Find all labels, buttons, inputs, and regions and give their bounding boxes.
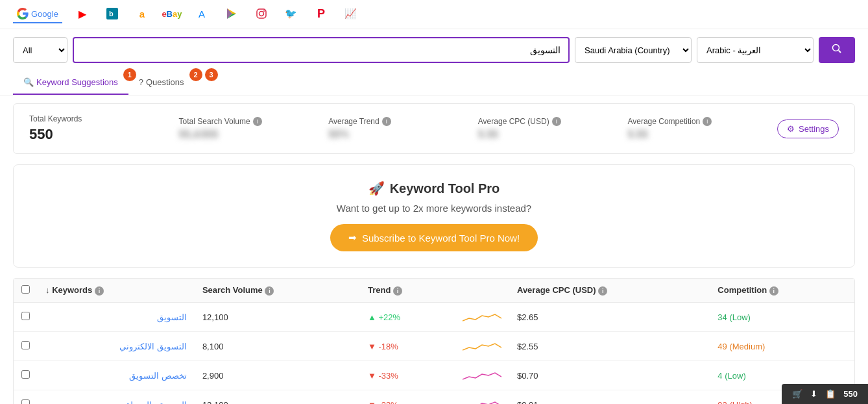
stat-total-keywords-value: 550 bbox=[29, 126, 179, 143]
nav-google-label: Google bbox=[31, 9, 58, 19]
row-competition-cell: 49 (Medium) bbox=[710, 332, 854, 361]
competition-value: 34 (Low) bbox=[717, 312, 751, 322]
select-all-checkbox[interactable] bbox=[21, 285, 30, 294]
stat-avg-competition: Average Competition i $.$$ bbox=[627, 117, 777, 140]
svg-point-5 bbox=[263, 10, 265, 12]
nav-twitter[interactable]: 🐦 bbox=[282, 5, 301, 23]
twitter-icon: 🐦 bbox=[285, 8, 297, 19]
row-keyword-cell: التسويق bbox=[38, 303, 195, 332]
stat-total-keywords-label: Total Keywords bbox=[29, 114, 179, 123]
language-select[interactable]: Arabic - العربية bbox=[697, 37, 814, 63]
trend-value: ▼ -33% bbox=[368, 371, 398, 381]
promo-arrow-icon: ➡ bbox=[348, 232, 357, 244]
promo-button-label: Subscribe to Keyword Tool Pro Now! bbox=[362, 233, 520, 244]
promo-card: 🚀 Keyword Tool Pro Want to get up to 2x … bbox=[13, 164, 855, 268]
country-select[interactable]: Saudi Arabia (Country) bbox=[575, 37, 692, 63]
nav-pinterest[interactable]: P bbox=[311, 5, 331, 23]
question-tab-icon: ? bbox=[139, 77, 143, 87]
settings-button[interactable]: ⚙ Settings bbox=[777, 120, 839, 138]
bottom-bar-count: 550 bbox=[843, 389, 858, 399]
row-cpc-cell: $2.65 bbox=[509, 303, 710, 332]
table-row: التسويق الالكتروني 8,100 ▼ -18% $2.55 49… bbox=[14, 332, 854, 361]
sparkline-chart bbox=[463, 397, 501, 404]
bottom-export-bar: 🛒 ⬇ 📋 550 bbox=[782, 384, 868, 404]
trend-col-info-icon[interactable]: i bbox=[393, 286, 402, 296]
amazon-icon: a bbox=[136, 8, 148, 19]
nav-youtube[interactable]: ▶ bbox=[73, 5, 92, 23]
row-volume-cell: 12,100 bbox=[195, 303, 360, 332]
competition-value: 92 (High) bbox=[717, 400, 752, 405]
search-type-select[interactable]: All Broad Exact Phrase bbox=[13, 37, 67, 63]
keyword-link[interactable]: تخصص التسويق bbox=[45, 371, 187, 381]
stat-search-volume-label: Total Search Volume i bbox=[179, 117, 329, 126]
row-trend-cell: ▼ -18% bbox=[360, 332, 455, 361]
stat-avg-trend-value: $$% bbox=[328, 129, 478, 140]
trend-icon: 📈 bbox=[345, 8, 357, 19]
youtube-icon: ▶ bbox=[77, 8, 88, 19]
search-volume-col-info-icon[interactable]: i bbox=[265, 286, 274, 296]
row-cpc-cell: $0.91 bbox=[509, 390, 710, 405]
nav-instagram[interactable] bbox=[252, 5, 271, 23]
stat-avg-trend-label: Average Trend i bbox=[328, 117, 478, 126]
avg-trend-info-icon[interactable]: i bbox=[382, 117, 391, 126]
table-icon[interactable]: 📋 bbox=[825, 389, 836, 399]
nav-trend[interactable]: 📈 bbox=[341, 5, 361, 23]
tab-keyword-suggestions[interactable]: 🔍 Keyword Suggestions 1 bbox=[13, 71, 128, 95]
search-button[interactable] bbox=[819, 37, 855, 63]
stat-avg-competition-label: Average Competition i bbox=[627, 117, 777, 126]
sparkline-chart bbox=[463, 309, 501, 325]
nav-bing[interactable]: b bbox=[102, 5, 122, 23]
svg-line-7 bbox=[839, 51, 841, 53]
avg-cpc-col-info-icon[interactable]: i bbox=[598, 286, 607, 296]
nav-amazon[interactable]: a bbox=[132, 5, 152, 23]
row-trend-chart-cell bbox=[455, 303, 509, 332]
row-checkbox-cell bbox=[14, 332, 38, 361]
sparkline-chart bbox=[463, 338, 501, 354]
promo-rocket-icon: 🚀 bbox=[368, 181, 385, 196]
keyword-link[interactable]: التسويق الالكتروني bbox=[45, 342, 187, 351]
instagram-icon bbox=[256, 8, 267, 19]
col-avg-cpc: Average CPC (USD) i bbox=[509, 279, 710, 303]
row-checkbox-cell bbox=[14, 361, 38, 390]
row-trend-cell: ▼ -33% bbox=[360, 361, 455, 390]
row-volume-cell: 12,100 bbox=[195, 390, 360, 405]
search-volume-info-icon[interactable]: i bbox=[253, 117, 262, 126]
nav-playstore[interactable] bbox=[222, 5, 241, 23]
settings-gear-icon: ⚙ bbox=[787, 124, 795, 134]
keywords-col-info-icon[interactable]: i bbox=[95, 286, 104, 296]
row-checkbox[interactable] bbox=[21, 370, 30, 379]
search-input[interactable] bbox=[73, 37, 570, 63]
col-keywords[interactable]: ↓ Keywords i bbox=[38, 279, 195, 303]
competition-value: 49 (Medium) bbox=[717, 342, 765, 351]
tab-suggestions-label: Keyword Suggestions bbox=[36, 77, 118, 87]
cart-icon: 🛒 bbox=[792, 389, 802, 399]
keyword-link[interactable]: التسويق bbox=[45, 312, 187, 322]
google-icon bbox=[17, 8, 29, 19]
svg-rect-3 bbox=[257, 9, 266, 18]
row-checkbox[interactable] bbox=[21, 341, 30, 349]
row-checkbox[interactable] bbox=[21, 312, 30, 320]
nav-appstore[interactable]: A bbox=[192, 5, 211, 23]
promo-subscribe-button[interactable]: ➡ Subscribe to Keyword Tool Pro Now! bbox=[330, 224, 538, 251]
tab-questions-label: Questions bbox=[146, 77, 184, 87]
keyword-link[interactable]: التسويق بالعمولة bbox=[45, 400, 187, 405]
table-header-row: ↓ Keywords i Search Volume i Trend i Ave… bbox=[14, 279, 854, 303]
tab-questions[interactable]: ? Questions 2 bbox=[128, 71, 195, 95]
nav-google[interactable]: Google bbox=[13, 5, 62, 23]
avg-competition-info-icon[interactable]: i bbox=[703, 117, 712, 126]
download-icon[interactable]: ⬇ bbox=[810, 389, 817, 399]
avg-cpc-info-icon[interactable]: i bbox=[552, 117, 561, 126]
row-checkbox[interactable] bbox=[21, 399, 30, 404]
row-trend-chart-cell bbox=[455, 361, 509, 390]
top-nav: Google ▶ b a eBay A bbox=[0, 0, 868, 29]
tab-3-badge: 3 bbox=[205, 68, 218, 81]
keywords-table: ↓ Keywords i Search Volume i Trend i Ave… bbox=[14, 279, 854, 404]
sparkline-chart bbox=[463, 368, 501, 383]
stat-avg-cpc-value: $.$$ bbox=[478, 129, 628, 140]
competition-col-info-icon[interactable]: i bbox=[769, 286, 778, 296]
row-volume-cell: 2,900 bbox=[195, 361, 360, 390]
stat-avg-trend: Average Trend i $$% bbox=[328, 117, 478, 140]
nav-ebay[interactable]: eBay bbox=[162, 5, 182, 23]
search-tab-icon: 🔍 bbox=[23, 77, 34, 87]
tab-3[interactable]: 3 bbox=[195, 71, 218, 95]
